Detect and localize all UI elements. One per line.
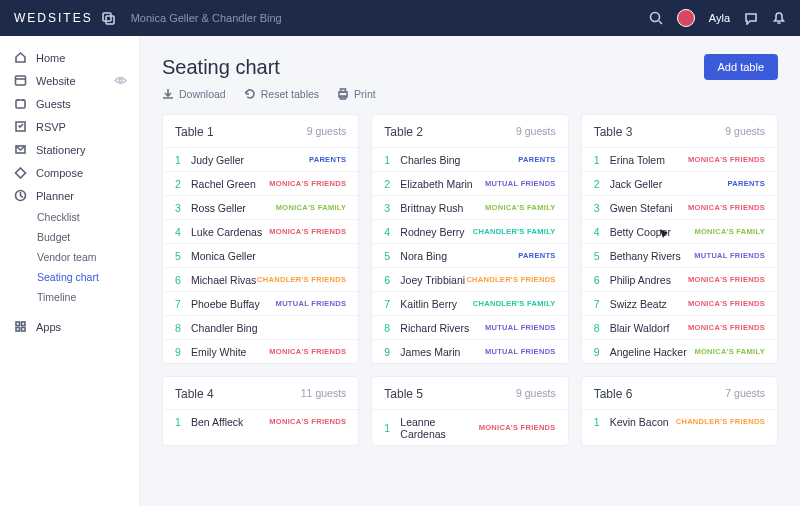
guest-row[interactable]: 8Richard RiversMUTUAL FRIENDS [372, 315, 567, 339]
subnav-checklist[interactable]: Checklist [0, 207, 139, 227]
guest-number: 1 [175, 416, 191, 428]
brand-logo: WEDSITES [14, 11, 93, 25]
guest-row[interactable]: 5Monica Geller [163, 243, 358, 267]
guest-name: Ben Affleck [191, 416, 269, 428]
guest-tag: PARENTS [518, 155, 555, 164]
guest-tag: MONICA'S FRIENDS [688, 323, 765, 332]
guest-name: Jack Geller [610, 178, 728, 190]
guest-row[interactable]: 9Emily WhiteMONICA'S FRIENDS [163, 339, 358, 363]
guest-number: 4 [594, 226, 610, 238]
guest-name: Rodney Berry [400, 226, 472, 238]
guest-row[interactable]: 6Michael RivasCHANDLER'S FRIENDS [163, 267, 358, 291]
guest-count: 11 guests [301, 387, 347, 401]
guest-row[interactable]: 7Phoebe BuffayMUTUAL FRIENDS [163, 291, 358, 315]
table-card: Table 29 guests1Charles BingPARENTS2Eliz… [371, 114, 568, 364]
guest-tag: PARENTS [309, 155, 346, 164]
guest-row[interactable]: 4Betty CooperMONICA'S FAMILY [582, 219, 777, 243]
guest-number: 1 [384, 422, 400, 434]
guest-row[interactable]: 7Swizz BeatzMONICA'S FRIENDS [582, 291, 777, 315]
guest-row[interactable]: 4Rodney BerryCHANDLER'S FAMILY [372, 219, 567, 243]
guest-row[interactable]: 1Erina TolemMONICA'S FRIENDS [582, 147, 777, 171]
reset-button[interactable]: Reset tables [244, 88, 319, 100]
avatar[interactable] [677, 9, 695, 27]
svg-rect-5 [16, 76, 26, 85]
copy-icon[interactable] [101, 11, 115, 25]
guest-name: Gwen Stefani [610, 202, 688, 214]
nav-planner[interactable]: Planner [0, 184, 139, 207]
guest-row[interactable]: 8Chandler Bing [163, 315, 358, 339]
nav-stationery[interactable]: Stationery [0, 138, 139, 161]
subnav-timeline[interactable]: Timeline [0, 287, 139, 307]
guest-number: 6 [594, 274, 610, 286]
subnav-seating-chart[interactable]: Seating chart [0, 267, 139, 287]
guest-tag: CHANDLER'S FAMILY [473, 227, 556, 236]
svg-point-7 [119, 79, 122, 82]
guest-tag: MONICA'S FRIENDS [479, 423, 556, 432]
svg-point-2 [650, 13, 659, 22]
table-name: Table 1 [175, 125, 214, 139]
guest-tag: MONICA'S FRIENDS [269, 227, 346, 236]
guest-row[interactable]: 1Kevin BaconCHANDLER'S FRIENDS [582, 409, 777, 433]
guest-name: Leanne Cardenas [400, 416, 478, 440]
guest-number: 8 [594, 322, 610, 334]
rsvp-icon [14, 120, 27, 133]
nav-website[interactable]: Website [0, 69, 139, 92]
website-icon [14, 74, 27, 87]
guest-number: 2 [594, 178, 610, 190]
guest-row[interactable]: 4Luke CardenasMONICA'S FRIENDS [163, 219, 358, 243]
guest-row[interactable]: 9James MarinMUTUAL FRIENDS [372, 339, 567, 363]
guest-tag: MUTUAL FRIENDS [485, 347, 556, 356]
nav-home[interactable]: Home [0, 46, 139, 69]
guest-name: James Marin [400, 346, 485, 358]
table-card: Table 19 guests1Judy GellerPARENTS2Rache… [162, 114, 359, 364]
subnav-vendor-team[interactable]: Vendor team [0, 247, 139, 267]
print-button[interactable]: Print [337, 88, 376, 100]
add-table-button[interactable]: Add table [704, 54, 778, 80]
download-button[interactable]: Download [162, 88, 226, 100]
guest-row[interactable]: 1Ben AffleckMONICA'S FRIENDS [163, 409, 358, 433]
guest-row[interactable]: 7Kaitlin BerryCHANDLER'S FAMILY [372, 291, 567, 315]
guest-number: 9 [594, 346, 610, 358]
svg-rect-18 [341, 89, 346, 92]
svg-rect-0 [103, 13, 111, 21]
guest-tag: MONICA'S FRIENDS [269, 347, 346, 356]
bell-icon[interactable] [772, 11, 786, 25]
nav-rsvp[interactable]: RSVP [0, 115, 139, 138]
guest-row[interactable]: 3Gwen StefaniMONICA'S FRIENDS [582, 195, 777, 219]
guest-row[interactable]: 5Bethany RiversMUTUAL FRIENDS [582, 243, 777, 267]
guest-row[interactable]: 1Charles BingPARENTS [372, 147, 567, 171]
guest-row[interactable]: 8Blair WaldorfMONICA'S FRIENDS [582, 315, 777, 339]
guest-row[interactable]: 6Philip AndresMONICA'S FRIENDS [582, 267, 777, 291]
guest-row[interactable]: 3Brittnay RushMONICA'S FAMILY [372, 195, 567, 219]
guest-row[interactable]: 2Elizabeth MarinMUTUAL FRIENDS [372, 171, 567, 195]
guest-row[interactable]: 3Ross GellerMONICA'S FAMILY [163, 195, 358, 219]
guest-row[interactable]: 2Jack GellerPARENTS [582, 171, 777, 195]
guest-row[interactable]: 1Judy GellerPARENTS [163, 147, 358, 171]
guest-number: 5 [594, 250, 610, 262]
guest-name: Swizz Beatz [610, 298, 688, 310]
table-name: Table 6 [594, 387, 633, 401]
user-name[interactable]: Ayla [709, 12, 730, 24]
chat-icon[interactable] [744, 11, 758, 25]
guest-row[interactable]: 9Angeline HackerMONICA'S FAMILY [582, 339, 777, 363]
guest-name: Emily White [191, 346, 269, 358]
sidebar: HomeWebsiteGuestsRSVPStationeryComposePl… [0, 36, 140, 506]
guest-number: 7 [175, 298, 191, 310]
guest-row[interactable]: 6Joey TribbianiCHANDLER'S FRIENDS [372, 267, 567, 291]
guest-row[interactable]: 2Rachel GreenMONICA'S FRIENDS [163, 171, 358, 195]
guest-name: Bethany Rivers [610, 250, 695, 262]
subnav-budget[interactable]: Budget [0, 227, 139, 247]
guest-row[interactable]: 1Leanne CardenasMONICA'S FRIENDS [372, 409, 567, 445]
apps-icon [14, 320, 27, 333]
guest-name: Judy Geller [191, 154, 309, 166]
svg-rect-16 [22, 328, 26, 332]
guest-tag: MONICA'S FRIENDS [269, 179, 346, 188]
guest-row[interactable]: 5Nora BingPARENTS [372, 243, 567, 267]
nav-apps[interactable]: Apps [0, 315, 139, 338]
planner-icon [14, 189, 27, 202]
nav-compose[interactable]: Compose [0, 161, 139, 184]
guest-tag: MONICA'S FRIENDS [269, 417, 346, 426]
search-icon[interactable] [649, 11, 663, 25]
guest-number: 7 [384, 298, 400, 310]
nav-guests[interactable]: Guests [0, 92, 139, 115]
